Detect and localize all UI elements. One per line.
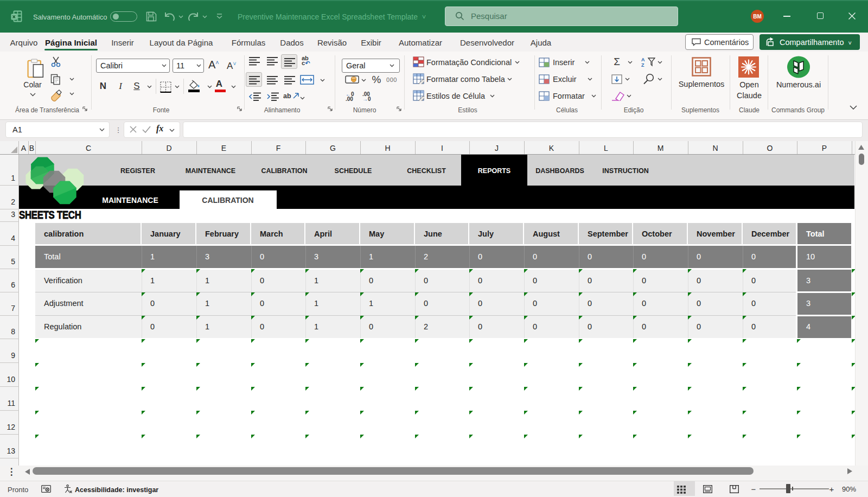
svg-text:A: A bbox=[641, 57, 645, 62]
svg-text:Z: Z bbox=[641, 62, 644, 67]
